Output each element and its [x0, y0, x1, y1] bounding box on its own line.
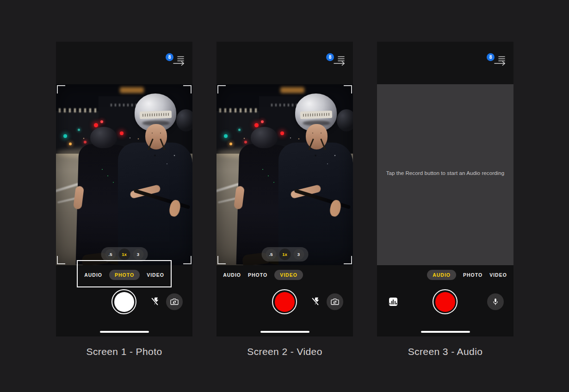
- mode-selector: AUDIO PHOTO VIDEO: [399, 269, 513, 281]
- viewfinder-photo: [56, 84, 192, 265]
- flash-off-icon: [310, 297, 321, 307]
- waveform-icon: [393, 299, 394, 305]
- zoom-chip-half[interactable]: .5: [105, 249, 116, 260]
- photo-window-lights: [219, 108, 259, 112]
- mode-item-audio[interactable]: AUDIO: [223, 270, 241, 280]
- waveform-icon: [395, 301, 396, 305]
- photo-red-light: [254, 123, 259, 127]
- photo-officer-eyes: [309, 132, 324, 134]
- record-button[interactable]: [433, 289, 458, 314]
- photo-amber-light: [229, 143, 232, 145]
- status-topbar: 8: [56, 42, 192, 84]
- shutter-button[interactable]: [111, 289, 136, 314]
- photo-lit-sign: [280, 87, 304, 93]
- mode-selector: AUDIO PHOTO VIDEO: [216, 269, 331, 281]
- zoom-chip-3x[interactable]: 3: [293, 249, 304, 260]
- photo-helmet-band: [140, 111, 172, 119]
- photo-amber-light: [69, 143, 72, 145]
- focus-corner-bracket: [57, 256, 65, 264]
- record-button[interactable]: [272, 289, 297, 314]
- photo-window-lights: [59, 108, 99, 112]
- photo-officer-back-helmet: [251, 127, 278, 148]
- upload-badge-count: 8: [326, 53, 334, 61]
- mode-item-photo[interactable]: PHOTO: [109, 270, 140, 280]
- zoom-chip-3x[interactable]: 3: [133, 249, 143, 260]
- photo-uniform-gear: [148, 150, 186, 178]
- mode-item-audio[interactable]: AUDIO: [84, 270, 102, 280]
- microphone-button[interactable]: [487, 293, 504, 310]
- photo-helmet-band: [300, 111, 333, 119]
- mode-item-video[interactable]: VIDEO: [274, 270, 303, 280]
- photo-green-light: [63, 134, 67, 138]
- record-inner: [275, 292, 295, 312]
- flash-off-button[interactable]: [149, 296, 161, 307]
- waveform-icon: [390, 303, 390, 305]
- status-topbar: 8: [377, 42, 513, 84]
- camera-viewfinder[interactable]: .5 1x 3: [216, 84, 353, 265]
- focus-corner-bracket: [344, 85, 352, 93]
- flash-off-button[interactable]: [310, 296, 321, 307]
- upload-badge-count: 8: [487, 53, 495, 61]
- photo-red-light: [94, 123, 98, 127]
- mode-item-audio[interactable]: AUDIO: [427, 270, 456, 280]
- zoom-selector: .5 1x 3: [101, 247, 148, 261]
- focus-corner-bracket: [217, 85, 226, 93]
- zoom-chip-1x[interactable]: 1x: [118, 249, 130, 260]
- mode-item-video[interactable]: VIDEO: [489, 270, 507, 280]
- status-topbar: 8: [216, 42, 353, 84]
- focus-corner-bracket: [344, 256, 352, 264]
- camera-flip-button[interactable]: [327, 293, 343, 310]
- caption-screen-1: Screen 1 - Photo: [56, 346, 192, 357]
- photo-uniform-gear: [309, 150, 346, 178]
- phone-screen-audio: 8 Tap the Record button to start an Audi…: [377, 42, 513, 336]
- photo-third-helmet: [176, 109, 192, 131]
- audio-recording-panel: Tap the Record button to start an Audio …: [377, 84, 513, 265]
- uploads-queue-button[interactable]: 8: [166, 54, 185, 68]
- zoom-chip-1x[interactable]: 1x: [279, 249, 291, 260]
- focus-corner-bracket: [183, 85, 192, 93]
- mode-item-photo[interactable]: PHOTO: [248, 270, 267, 280]
- focus-corner-bracket: [217, 256, 226, 264]
- camera-viewfinder[interactable]: .5 1x 3: [56, 84, 192, 265]
- microphone-icon: [491, 298, 500, 306]
- photo-red-light: [261, 120, 264, 123]
- photo-green-light: [238, 129, 241, 131]
- camera-flip-icon: [330, 297, 340, 306]
- home-indicator[interactable]: [421, 331, 470, 333]
- photo-red-light: [84, 141, 87, 143]
- viewfinder-photo: [216, 84, 353, 265]
- mode-selector: AUDIO PHOTO VIDEO: [56, 269, 192, 281]
- caption-screen-2: Screen 2 - Video: [216, 346, 353, 357]
- uploads-queue-button[interactable]: 8: [487, 54, 506, 68]
- zoom-chip-half[interactable]: .5: [266, 249, 276, 260]
- camera-flip-icon: [170, 297, 179, 306]
- zoom-selector: .5 1x 3: [261, 247, 308, 261]
- mode-item-photo[interactable]: PHOTO: [463, 270, 482, 280]
- camera-flip-button[interactable]: [166, 293, 183, 310]
- photo-red-light: [244, 141, 247, 143]
- audio-hint-text: Tap the Record button to start an Audio …: [386, 170, 505, 176]
- photo-officer-back-helmet: [90, 127, 117, 148]
- waveform-icon: [391, 301, 392, 305]
- phone-screen-photo: 8: [56, 42, 192, 336]
- photo-third-helmet: [337, 109, 353, 131]
- phone-screen-video: 8: [216, 42, 353, 336]
- caption-screen-3: Screen 3 - Audio: [377, 346, 513, 357]
- mode-item-video[interactable]: VIDEO: [147, 270, 164, 280]
- photo-red-light: [120, 131, 124, 135]
- record-inner: [435, 292, 455, 312]
- waveform-thumbnail-button[interactable]: [389, 298, 397, 306]
- home-indicator[interactable]: [100, 331, 149, 333]
- photo-lit-sign: [120, 87, 144, 93]
- home-indicator[interactable]: [260, 331, 309, 333]
- flash-off-icon: [150, 297, 160, 307]
- photo-officer-eyes: [149, 132, 164, 134]
- waveform-icon: [396, 303, 397, 305]
- focus-corner-bracket: [183, 256, 192, 264]
- shutter-inner: [114, 292, 134, 312]
- photo-green-light: [224, 134, 228, 138]
- upload-badge-count: 8: [166, 53, 173, 61]
- focus-corner-bracket: [57, 85, 65, 93]
- uploads-queue-button[interactable]: 8: [326, 54, 346, 68]
- photo-red-light: [100, 120, 103, 123]
